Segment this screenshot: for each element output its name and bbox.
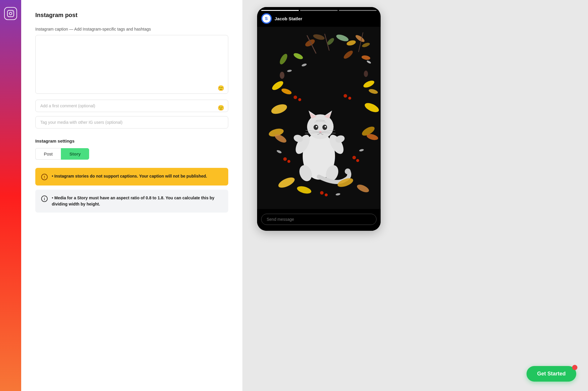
- svg-point-26: [364, 71, 368, 77]
- page-title: Instagram post: [35, 12, 228, 19]
- story-image: [257, 27, 381, 209]
- progress-segment-1: [261, 10, 299, 11]
- instagram-icon: [4, 7, 17, 20]
- caption-label: Instagram caption — Add Instagram-specif…: [35, 27, 228, 31]
- svg-point-25: [280, 72, 284, 79]
- comment-input[interactable]: [35, 100, 228, 112]
- emoji-icon[interactable]: 🙂: [218, 85, 224, 91]
- get-started-panel: Get Started: [527, 366, 576, 382]
- progress-bar-area: [257, 7, 381, 11]
- get-started-wrapper: Get Started: [527, 366, 576, 382]
- avatar-inner: S: [262, 14, 271, 23]
- aspect-ratio-alert: i • Media for a Story must have an aspec…: [35, 190, 228, 213]
- progress-bar: [261, 10, 377, 11]
- caption-warning-alert: ! • Instagram stories do not support cap…: [35, 168, 228, 186]
- svg-point-39: [314, 125, 318, 130]
- warning-icon: !: [41, 174, 48, 180]
- settings-label: Instagram settings: [35, 138, 228, 143]
- post-type-toggle: Post Story: [35, 148, 228, 160]
- svg-point-28: [298, 98, 301, 101]
- svg-point-60: [287, 160, 290, 163]
- send-message-bar: [257, 209, 381, 231]
- info-icon: i: [41, 195, 48, 202]
- comment-wrapper: 🙂: [35, 100, 228, 116]
- svg-point-59: [283, 157, 287, 161]
- svg-point-1: [9, 12, 12, 15]
- caption-wrapper: 🙂: [35, 35, 228, 95]
- username: Jacob Statler: [275, 16, 302, 21]
- avatar: S: [261, 13, 272, 24]
- svg-point-2: [12, 11, 13, 12]
- send-message-input[interactable]: [261, 214, 377, 225]
- progress-segment-3: [339, 10, 377, 11]
- svg-point-62: [356, 159, 359, 162]
- info-text: • Media for a Story must have an aspect …: [52, 195, 222, 207]
- story-toggle-button[interactable]: Story: [61, 148, 89, 160]
- svg-point-70: [325, 193, 328, 196]
- svg-point-61: [352, 156, 356, 159]
- svg-point-27: [294, 96, 297, 99]
- get-started-button[interactable]: Get Started: [527, 366, 576, 382]
- svg-point-41: [316, 126, 317, 128]
- caption-textarea[interactable]: [35, 35, 228, 94]
- warning-text: • Instagram stories do not support capti…: [52, 173, 207, 179]
- comment-emoji-icon: 🙂: [218, 105, 224, 111]
- svg-point-69: [320, 191, 324, 195]
- right-gap: [395, 0, 588, 391]
- phone-frame: S Jacob Statler: [257, 7, 381, 231]
- post-toggle-button[interactable]: Post: [35, 148, 61, 160]
- svg-point-54: [345, 168, 351, 174]
- main-content: Instagram post Instagram caption — Add I…: [21, 0, 242, 391]
- svg-point-40: [322, 125, 327, 130]
- story-header: S Jacob Statler: [257, 13, 381, 27]
- sidebar: [0, 0, 21, 391]
- avatar-letter: S: [265, 16, 268, 21]
- preview-panel: S Jacob Statler: [242, 0, 395, 391]
- svg-point-42: [324, 126, 326, 128]
- svg-point-34: [307, 114, 334, 139]
- svg-rect-0: [7, 10, 14, 17]
- tag-input[interactable]: [35, 116, 228, 128]
- svg-point-29: [344, 94, 347, 98]
- notification-dot: [572, 365, 577, 370]
- progress-segment-2: [300, 10, 338, 11]
- svg-point-30: [348, 97, 351, 100]
- story-svg: [257, 27, 381, 209]
